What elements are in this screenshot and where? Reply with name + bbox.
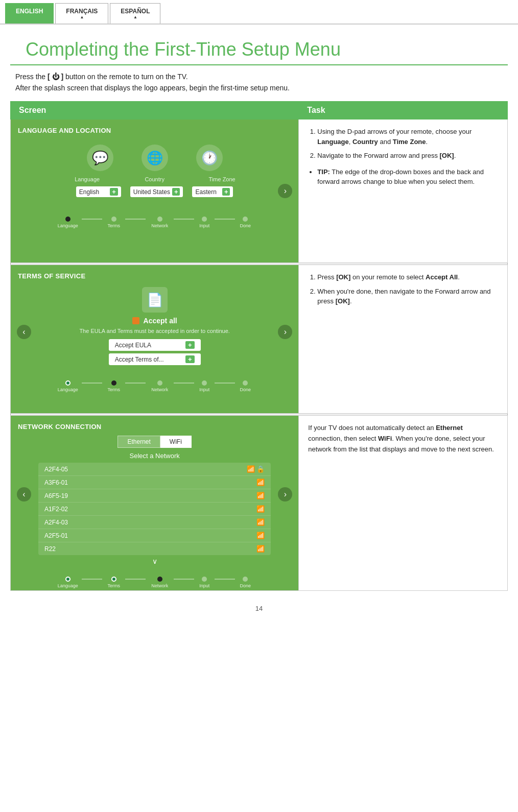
language-plus-btn[interactable]: + bbox=[110, 188, 118, 196]
wifi-signal-icon-3: 📶 bbox=[256, 492, 265, 499]
country-plus-btn[interactable]: + bbox=[172, 188, 180, 196]
progress-label-done: Done bbox=[240, 223, 251, 228]
forward-arrow[interactable]: › bbox=[278, 184, 292, 198]
network-connection-row: NETWORK CONNECTION ‹ › Ethernet WiFi bbox=[11, 416, 508, 591]
progress-label-input: Input bbox=[199, 223, 209, 228]
eula-description: The EULA and Terms must be accepted in o… bbox=[79, 328, 230, 334]
timezone-plus-btn[interactable]: + bbox=[222, 188, 230, 196]
progress3-dot-done bbox=[243, 577, 248, 582]
document-icon: 📄 bbox=[142, 287, 168, 313]
intro-line-1: Press the [ ⏻ ] button on the remote to … bbox=[15, 73, 503, 81]
network-item-1[interactable]: A2F4-05 📶 🔒 bbox=[38, 463, 271, 476]
network-connection-task: If your TV does not automatically detect… bbox=[299, 416, 508, 591]
page-title: Completing the First-Time Setup Menu bbox=[10, 25, 508, 65]
screen-title-network: NETWORK CONNECTION bbox=[18, 423, 291, 431]
progress3-dot-terms bbox=[111, 577, 116, 582]
scroll-down-icon: ∨ bbox=[38, 555, 271, 567]
progress-dot-terms bbox=[111, 217, 116, 222]
screen-title-terms: TERMS OF SERVICE bbox=[18, 272, 291, 280]
intro-line-2: After the splash screen that displays th… bbox=[15, 84, 503, 92]
timezone-label: Time Zone bbox=[199, 176, 245, 182]
country-label: Country bbox=[132, 176, 178, 182]
accept-terms-item[interactable]: Accept Terms of... + bbox=[109, 353, 201, 365]
francais-arrow: ▲ bbox=[80, 15, 84, 19]
select-network-label: Select a Network bbox=[18, 452, 291, 460]
wifi-signal-icon-7: 📶 bbox=[256, 545, 265, 553]
accept-all-checkbox[interactable] bbox=[132, 317, 139, 324]
screen-header: Screen bbox=[11, 102, 299, 120]
tab-english[interactable]: ENGLISH bbox=[5, 3, 54, 23]
network-list: A2F4-05 📶 🔒 A3F6-01 📶 A6F5-19 📶 A1 bbox=[38, 463, 271, 555]
forward-arrow-network[interactable]: › bbox=[278, 487, 292, 501]
network-item-7[interactable]: R22 📶 bbox=[38, 542, 271, 555]
language-label: Language bbox=[64, 176, 110, 182]
back-arrow-network[interactable]: ‹ bbox=[17, 487, 31, 501]
progress3-dot-network bbox=[157, 577, 162, 582]
ethernet-tab[interactable]: Ethernet bbox=[117, 436, 160, 448]
progress3-dot-language bbox=[65, 577, 70, 582]
accept-all-label: Accept all bbox=[144, 317, 177, 325]
espanol-arrow: ▲ bbox=[133, 15, 137, 19]
tab-francais[interactable]: FRANÇAIS ▲ bbox=[55, 3, 108, 23]
progress-dot-network bbox=[157, 217, 162, 222]
clock-icon: 🕐 bbox=[196, 145, 223, 171]
language-location-task: Using the D-pad arrows of your remote, c… bbox=[299, 120, 508, 263]
terms-plus-btn[interactable]: + bbox=[185, 355, 195, 363]
page-number: 14 bbox=[255, 605, 263, 612]
language-location-screen: LANGUAGE AND LOCATION 💬 🌐 🕐 bbox=[11, 120, 299, 263]
wifi-signal-icon-6: 📶 bbox=[256, 532, 265, 539]
forward-arrow-terms[interactable]: › bbox=[278, 325, 292, 339]
back-arrow-terms[interactable]: ‹ bbox=[17, 325, 31, 339]
progress2-dot-language bbox=[65, 380, 70, 386]
screen-title-lang: LANGUAGE AND LOCATION bbox=[18, 127, 291, 134]
network-item-5[interactable]: A2F4-03 📶 bbox=[38, 516, 271, 529]
progress-label-network: Network bbox=[151, 223, 168, 228]
wifi-signal-icon-1: 📶 🔒 bbox=[247, 465, 265, 473]
network-task-text: If your TV does not automatically detect… bbox=[308, 423, 498, 455]
tab-espanol[interactable]: ESPAÑOL ▲ bbox=[110, 3, 160, 23]
progress-label-language: Language bbox=[58, 223, 78, 228]
timezone-dropdown[interactable]: Eastern + bbox=[192, 186, 233, 197]
timezone-icon-item: 🕐 bbox=[196, 145, 223, 171]
progress2-dot-terms bbox=[111, 380, 116, 386]
language-icon-item: 💬 bbox=[87, 145, 113, 171]
terms-of-service-screen: TERMS OF SERVICE ‹ › 📄 Accept all The EU… bbox=[11, 265, 299, 414]
wifi-signal-icon-4: 📶 bbox=[256, 505, 265, 513]
country-dropdown[interactable]: United States + bbox=[130, 186, 183, 197]
wifi-signal-icon-5: 📶 bbox=[256, 518, 265, 526]
eula-plus-btn[interactable]: + bbox=[185, 341, 195, 349]
network-connection-screen: NETWORK CONNECTION ‹ › Ethernet WiFi bbox=[11, 416, 299, 591]
progress-label-terms: Terms bbox=[107, 223, 120, 228]
progress2-dot-input bbox=[202, 380, 207, 386]
eula-items-list: Accept EULA + Accept Terms of... + bbox=[33, 339, 276, 365]
progress3-dot-input bbox=[202, 577, 207, 582]
progress-dot-language bbox=[65, 217, 70, 222]
network-item-6[interactable]: A2F5-01 📶 bbox=[38, 529, 271, 542]
network-item-3[interactable]: A6F5-19 📶 bbox=[38, 489, 271, 503]
language-location-row: LANGUAGE AND LOCATION 💬 🌐 🕐 bbox=[11, 120, 508, 263]
task-header: Task bbox=[299, 102, 508, 120]
progress2-dot-done bbox=[243, 380, 248, 386]
language-dropdown[interactable]: English + bbox=[76, 186, 121, 197]
network-item-2[interactable]: A3F6-01 📶 bbox=[38, 476, 271, 489]
terms-of-service-task: Press [OK] on your remote to select Acce… bbox=[299, 265, 508, 414]
network-item-4[interactable]: A1F2-02 📶 bbox=[38, 503, 271, 516]
progress-dot-input bbox=[202, 217, 207, 222]
wifi-tab[interactable]: WiFi bbox=[160, 436, 192, 448]
globe-icon: 🌐 bbox=[142, 145, 168, 171]
terms-of-service-row: TERMS OF SERVICE ‹ › 📄 Accept all The EU… bbox=[11, 265, 508, 414]
country-icon-item: 🌐 bbox=[142, 145, 168, 171]
progress-dot-done bbox=[243, 217, 248, 222]
chat-icon: 💬 bbox=[87, 145, 113, 171]
wifi-signal-icon-2: 📶 bbox=[256, 479, 265, 486]
progress2-dot-network bbox=[157, 380, 162, 386]
accept-eula-item[interactable]: Accept EULA + bbox=[109, 339, 201, 351]
